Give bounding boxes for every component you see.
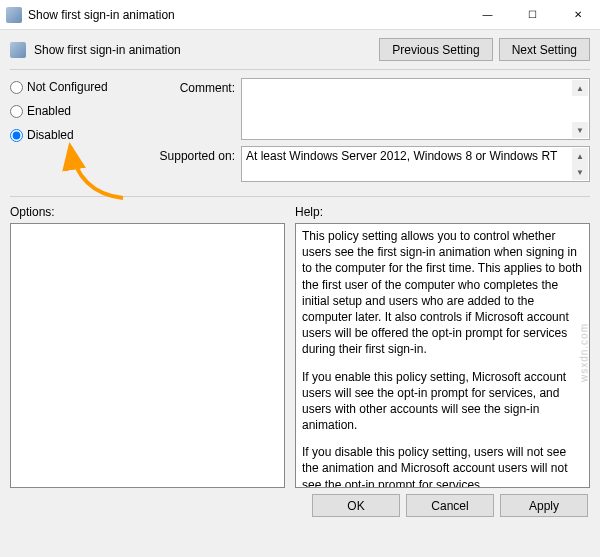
- scroll-up-icon[interactable]: ▲: [572, 80, 588, 96]
- options-box: [10, 223, 285, 488]
- comment-label: Comment:: [150, 78, 235, 95]
- apply-button[interactable]: Apply: [500, 494, 588, 517]
- supported-box: At least Windows Server 2012, Windows 8 …: [241, 146, 590, 182]
- minimize-button[interactable]: —: [465, 0, 510, 30]
- comment-textarea[interactable]: ▲ ▼: [241, 78, 590, 140]
- app-icon: [6, 7, 22, 23]
- radio-not-configured[interactable]: Not Configured: [10, 80, 140, 94]
- radio-enabled-label: Enabled: [27, 104, 71, 118]
- help-paragraph: If you disable this policy setting, user…: [302, 444, 583, 488]
- radio-disabled-input[interactable]: [10, 129, 23, 142]
- radio-disabled[interactable]: Disabled: [10, 128, 140, 142]
- divider: [10, 69, 590, 70]
- ok-button[interactable]: OK: [312, 494, 400, 517]
- radio-not-configured-input[interactable]: [10, 81, 23, 94]
- help-paragraph: If you enable this policy setting, Micro…: [302, 369, 583, 434]
- close-button[interactable]: ✕: [555, 0, 600, 30]
- next-setting-button[interactable]: Next Setting: [499, 38, 590, 61]
- supported-label: Supported on:: [150, 146, 235, 163]
- scroll-down-icon[interactable]: ▼: [572, 164, 588, 180]
- titlebar: Show first sign-in animation — ☐ ✕: [0, 0, 600, 30]
- previous-setting-button[interactable]: Previous Setting: [379, 38, 492, 61]
- radio-not-configured-label: Not Configured: [27, 80, 108, 94]
- scroll-down-icon[interactable]: ▼: [572, 122, 588, 138]
- annotation-arrow: [68, 138, 138, 211]
- radio-disabled-label: Disabled: [27, 128, 74, 142]
- supported-value: At least Windows Server 2012, Windows 8 …: [246, 149, 557, 163]
- help-label: Help:: [295, 205, 590, 219]
- policy-icon: [10, 42, 26, 58]
- policy-title: Show first sign-in animation: [34, 43, 371, 57]
- window-title: Show first sign-in animation: [28, 8, 465, 22]
- maximize-button[interactable]: ☐: [510, 0, 555, 30]
- options-label: Options:: [10, 205, 285, 219]
- help-paragraph: This policy setting allows you to contro…: [302, 228, 583, 358]
- scroll-up-icon[interactable]: ▲: [572, 148, 588, 164]
- radio-enabled-input[interactable]: [10, 105, 23, 118]
- help-box[interactable]: This policy setting allows you to contro…: [295, 223, 590, 488]
- radio-enabled[interactable]: Enabled: [10, 104, 140, 118]
- cancel-button[interactable]: Cancel: [406, 494, 494, 517]
- divider: [10, 196, 590, 197]
